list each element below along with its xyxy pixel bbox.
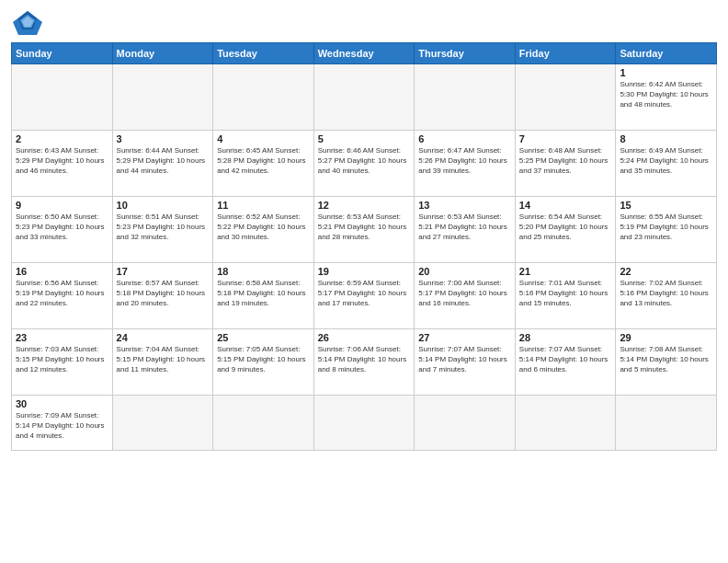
table-row: 8Sunrise: 6:49 AM Sunset: 5:24 PM Daylig… (616, 131, 717, 197)
calendar: Sunday Monday Tuesday Wednesday Thursday… (11, 42, 717, 451)
day-info: Sunrise: 7:08 AM Sunset: 5:14 PM Dayligh… (620, 345, 712, 374)
table-row (415, 64, 516, 131)
day-number: 9 (16, 200, 108, 211)
header-thursday: Thursday (415, 43, 516, 64)
day-number: 18 (217, 266, 310, 277)
day-number: 4 (217, 133, 310, 144)
table-row: 7Sunrise: 6:48 AM Sunset: 5:25 PM Daylig… (515, 131, 616, 197)
table-row: 6Sunrise: 6:47 AM Sunset: 5:26 PM Daylig… (415, 131, 516, 197)
day-info: Sunrise: 6:52 AM Sunset: 5:22 PM Dayligh… (217, 213, 310, 242)
table-row (515, 396, 616, 451)
header-wednesday: Wednesday (313, 43, 415, 64)
generalblue-logo-icon (11, 9, 44, 37)
table-row: 30Sunrise: 7:09 AM Sunset: 5:14 PM Dayli… (12, 396, 113, 451)
day-info: Sunrise: 7:07 AM Sunset: 5:14 PM Dayligh… (519, 345, 612, 374)
calendar-week-row: 16Sunrise: 6:56 AM Sunset: 5:19 PM Dayli… (12, 263, 717, 329)
day-info: Sunrise: 6:43 AM Sunset: 5:29 PM Dayligh… (16, 146, 108, 176)
table-row: 22Sunrise: 7:02 AM Sunset: 5:16 PM Dayli… (616, 263, 717, 329)
day-number: 11 (217, 200, 310, 211)
table-row: 24Sunrise: 7:04 AM Sunset: 5:15 PM Dayli… (112, 329, 213, 396)
header-friday: Friday (515, 43, 616, 64)
day-info: Sunrise: 7:01 AM Sunset: 5:16 PM Dayligh… (519, 279, 612, 308)
day-number: 19 (318, 266, 411, 277)
day-info: Sunrise: 6:48 AM Sunset: 5:25 PM Dayligh… (519, 146, 612, 176)
table-row: 20Sunrise: 7:00 AM Sunset: 5:17 PM Dayli… (415, 263, 516, 329)
day-number: 15 (620, 200, 712, 211)
header-sunday: Sunday (12, 43, 113, 64)
table-row: 19Sunrise: 6:59 AM Sunset: 5:17 PM Dayli… (313, 263, 415, 329)
day-info: Sunrise: 6:46 AM Sunset: 5:27 PM Dayligh… (318, 146, 411, 176)
table-row: 10Sunrise: 6:51 AM Sunset: 5:23 PM Dayli… (112, 197, 213, 263)
table-row: 26Sunrise: 7:06 AM Sunset: 5:14 PM Dayli… (313, 329, 415, 396)
table-row: 21Sunrise: 7:01 AM Sunset: 5:16 PM Dayli… (515, 263, 616, 329)
header (11, 9, 717, 37)
calendar-week-row: 2Sunrise: 6:43 AM Sunset: 5:29 PM Daylig… (12, 131, 717, 197)
calendar-week-row: 9Sunrise: 6:50 AM Sunset: 5:23 PM Daylig… (12, 197, 717, 263)
day-number: 28 (519, 332, 612, 343)
table-row (616, 396, 717, 451)
day-info: Sunrise: 6:58 AM Sunset: 5:18 PM Dayligh… (217, 279, 310, 308)
day-number: 10 (117, 200, 210, 211)
day-number: 23 (16, 332, 108, 343)
table-row (12, 64, 113, 131)
day-number: 6 (418, 133, 511, 144)
day-number: 27 (418, 332, 511, 343)
day-number: 12 (318, 200, 411, 211)
table-row: 9Sunrise: 6:50 AM Sunset: 5:23 PM Daylig… (12, 197, 113, 263)
table-row: 12Sunrise: 6:53 AM Sunset: 5:21 PM Dayli… (313, 197, 415, 263)
table-row: 29Sunrise: 7:08 AM Sunset: 5:14 PM Dayli… (616, 329, 717, 396)
table-row: 4Sunrise: 6:45 AM Sunset: 5:28 PM Daylig… (213, 131, 314, 197)
day-info: Sunrise: 6:57 AM Sunset: 5:18 PM Dayligh… (117, 279, 210, 308)
table-row: 28Sunrise: 7:07 AM Sunset: 5:14 PM Dayli… (515, 329, 616, 396)
table-row: 18Sunrise: 6:58 AM Sunset: 5:18 PM Dayli… (213, 263, 314, 329)
day-number: 5 (318, 133, 411, 144)
day-info: Sunrise: 6:53 AM Sunset: 5:21 PM Dayligh… (318, 213, 411, 242)
day-number: 24 (117, 332, 210, 343)
day-number: 21 (519, 266, 612, 277)
calendar-week-row: 23Sunrise: 7:03 AM Sunset: 5:15 PM Dayli… (12, 329, 717, 396)
table-row: 16Sunrise: 6:56 AM Sunset: 5:19 PM Dayli… (12, 263, 113, 329)
table-row (213, 396, 314, 451)
day-info: Sunrise: 7:04 AM Sunset: 5:15 PM Dayligh… (117, 345, 210, 374)
day-info: Sunrise: 7:00 AM Sunset: 5:17 PM Dayligh… (418, 279, 511, 308)
table-row: 1Sunrise: 6:42 AM Sunset: 5:30 PM Daylig… (616, 64, 717, 131)
day-info: Sunrise: 6:47 AM Sunset: 5:26 PM Dayligh… (418, 146, 511, 176)
table-row (213, 64, 314, 131)
day-info: Sunrise: 6:49 AM Sunset: 5:24 PM Dayligh… (620, 146, 712, 176)
table-row: 27Sunrise: 7:07 AM Sunset: 5:14 PM Dayli… (415, 329, 516, 396)
table-row: 13Sunrise: 6:53 AM Sunset: 5:21 PM Dayli… (415, 197, 516, 263)
day-info: Sunrise: 6:56 AM Sunset: 5:19 PM Dayligh… (16, 279, 108, 308)
day-number: 7 (519, 133, 612, 144)
table-row: 15Sunrise: 6:55 AM Sunset: 5:19 PM Dayli… (616, 197, 717, 263)
day-number: 25 (217, 332, 310, 343)
table-row: 3Sunrise: 6:44 AM Sunset: 5:29 PM Daylig… (112, 131, 213, 197)
table-row (415, 396, 516, 451)
day-info: Sunrise: 6:53 AM Sunset: 5:21 PM Dayligh… (418, 213, 511, 242)
header-tuesday: Tuesday (213, 43, 314, 64)
day-info: Sunrise: 6:50 AM Sunset: 5:23 PM Dayligh… (16, 213, 108, 242)
day-number: 8 (620, 133, 712, 144)
weekday-header-row: Sunday Monday Tuesday Wednesday Thursday… (12, 43, 717, 64)
day-info: Sunrise: 6:44 AM Sunset: 5:29 PM Dayligh… (117, 146, 210, 176)
day-info: Sunrise: 7:09 AM Sunset: 5:14 PM Dayligh… (16, 411, 108, 441)
day-number: 13 (418, 200, 511, 211)
day-number: 17 (117, 266, 210, 277)
table-row (112, 64, 213, 131)
table-row: 5Sunrise: 6:46 AM Sunset: 5:27 PM Daylig… (313, 131, 415, 197)
header-saturday: Saturday (616, 43, 717, 64)
day-info: Sunrise: 7:02 AM Sunset: 5:16 PM Dayligh… (620, 279, 712, 308)
table-row (515, 64, 616, 131)
day-info: Sunrise: 6:51 AM Sunset: 5:23 PM Dayligh… (117, 213, 210, 242)
day-info: Sunrise: 7:05 AM Sunset: 5:15 PM Dayligh… (217, 345, 310, 374)
table-row (313, 64, 415, 131)
day-info: Sunrise: 6:42 AM Sunset: 5:30 PM Dayligh… (620, 80, 712, 109)
table-row: 11Sunrise: 6:52 AM Sunset: 5:22 PM Dayli… (213, 197, 314, 263)
day-number: 16 (16, 266, 108, 277)
table-row: 23Sunrise: 7:03 AM Sunset: 5:15 PM Dayli… (12, 329, 113, 396)
day-info: Sunrise: 6:59 AM Sunset: 5:17 PM Dayligh… (318, 279, 411, 308)
table-row: 25Sunrise: 7:05 AM Sunset: 5:15 PM Dayli… (213, 329, 314, 396)
calendar-week-row: 1Sunrise: 6:42 AM Sunset: 5:30 PM Daylig… (12, 64, 717, 131)
day-number: 22 (620, 266, 712, 277)
day-info: Sunrise: 6:54 AM Sunset: 5:20 PM Dayligh… (519, 213, 612, 242)
table-row (313, 396, 415, 451)
